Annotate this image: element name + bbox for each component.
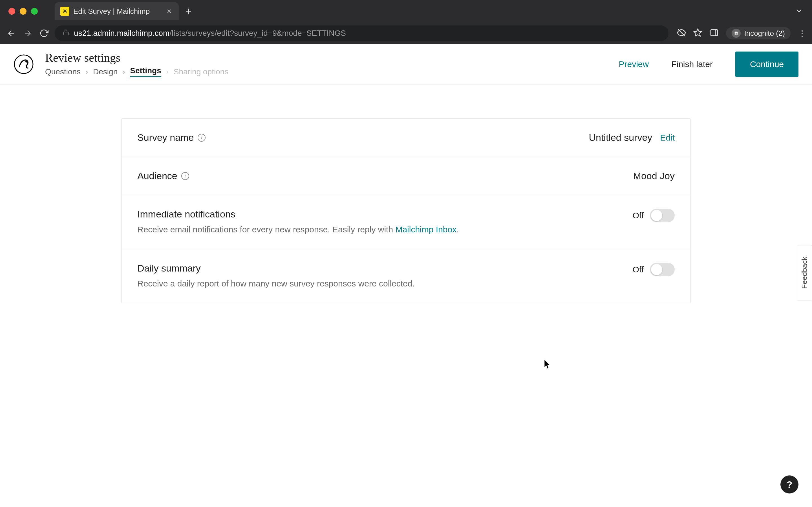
- chevron-right-icon: ›: [86, 68, 88, 76]
- lock-icon: [63, 29, 69, 38]
- row-audience: Audience i Mood Joy: [121, 157, 691, 195]
- header-actions: Preview Finish later Continue: [619, 52, 799, 77]
- incognito-indicator[interactable]: Incognito (2): [726, 27, 791, 40]
- page-title: Review settings: [45, 51, 607, 64]
- chevron-right-icon: ›: [123, 68, 125, 76]
- browser-tab[interactable]: ✳ Edit Survey | Mailchimp ×: [55, 2, 179, 20]
- toolbar: us21.admin.mailchimp.com/lists/surveys/e…: [0, 22, 812, 44]
- feedback-tab[interactable]: Feedback: [797, 245, 812, 300]
- toolbar-right: Incognito (2) ⋮: [677, 27, 806, 40]
- breadcrumb-settings[interactable]: Settings: [130, 66, 161, 77]
- window-minimize-icon[interactable]: [20, 8, 27, 15]
- window-close-icon[interactable]: [8, 8, 15, 15]
- immediate-notifications-desc: Receive email notifications for every ne…: [137, 224, 621, 235]
- reload-button[interactable]: [38, 27, 50, 39]
- panel-icon[interactable]: [710, 28, 719, 38]
- back-button[interactable]: [6, 27, 17, 39]
- breadcrumb: Questions › Design › Settings › Sharing …: [45, 66, 607, 77]
- url-path: /lists/surveys/edit?survey_id=9&mode=SET…: [169, 29, 346, 38]
- survey-name-value: Untitled survey: [589, 132, 652, 143]
- incognito-label: Incognito (2): [744, 29, 785, 38]
- tracking-protection-icon[interactable]: [677, 28, 686, 38]
- url-domain: us21.admin.mailchimp.com: [74, 29, 169, 38]
- svg-marker-4: [694, 29, 702, 36]
- browser-menu-icon[interactable]: ⋮: [798, 29, 806, 38]
- svg-rect-5: [711, 30, 718, 36]
- settings-card: Survey name i Untitled survey Edit Audie…: [121, 118, 691, 303]
- breadcrumb-design[interactable]: Design: [93, 67, 117, 76]
- window-maximize-icon[interactable]: [31, 8, 38, 15]
- browser-chrome: ✳ Edit Survey | Mailchimp × + us21.admin…: [0, 0, 812, 44]
- daily-summary-label: Daily summary: [137, 263, 201, 274]
- forward-button[interactable]: [22, 27, 33, 39]
- tab-close-icon[interactable]: ×: [165, 7, 173, 16]
- window-controls: [8, 8, 38, 15]
- audience-label: Audience: [137, 170, 177, 181]
- svg-point-10: [26, 61, 27, 62]
- tab-favicon-icon: ✳: [60, 7, 69, 16]
- mailchimp-inbox-link[interactable]: Mailchimp Inbox: [395, 225, 456, 234]
- survey-name-label: Survey name: [137, 132, 194, 143]
- new-tab-button[interactable]: +: [186, 5, 192, 17]
- row-immediate-notifications: Immediate notifications Receive email no…: [121, 195, 691, 249]
- immediate-notifications-label: Immediate notifications: [137, 209, 236, 220]
- immediate-notifications-state: Off: [633, 211, 644, 220]
- svg-point-8: [737, 33, 738, 35]
- breadcrumb-sharing: Sharing options: [174, 67, 229, 76]
- breadcrumb-questions[interactable]: Questions: [45, 67, 81, 76]
- audience-value: Mood Joy: [633, 170, 675, 181]
- daily-summary-desc: Receive a daily report of how many new s…: [137, 278, 621, 290]
- daily-summary-toggle[interactable]: [650, 263, 675, 276]
- tab-title: Edit Survey | Mailchimp: [73, 7, 161, 16]
- mailchimp-logo-icon[interactable]: [13, 54, 34, 74]
- tabs-overflow-icon[interactable]: [795, 6, 804, 16]
- help-button[interactable]: ?: [780, 475, 799, 494]
- daily-summary-state: Off: [633, 265, 644, 274]
- info-icon[interactable]: i: [198, 134, 206, 142]
- app-header: Review settings Questions › Design › Set…: [0, 44, 812, 84]
- preview-link[interactable]: Preview: [619, 59, 649, 69]
- row-survey-name: Survey name i Untitled survey Edit: [121, 119, 691, 157]
- row-daily-summary: Daily summary Receive a daily report of …: [121, 249, 691, 303]
- immediate-notifications-toggle[interactable]: [650, 209, 675, 222]
- info-icon[interactable]: i: [181, 172, 189, 180]
- bookmark-icon[interactable]: [693, 28, 702, 38]
- main-content: Survey name i Untitled survey Edit Audie…: [0, 84, 812, 303]
- svg-rect-2: [64, 32, 68, 35]
- svg-point-7: [735, 33, 736, 35]
- finish-later-link[interactable]: Finish later: [671, 59, 713, 69]
- chevron-right-icon: ›: [166, 68, 168, 76]
- tab-strip: ✳ Edit Survey | Mailchimp × +: [0, 0, 812, 22]
- incognito-icon: [732, 29, 741, 38]
- edit-survey-name-link[interactable]: Edit: [660, 133, 675, 143]
- continue-button[interactable]: Continue: [735, 52, 799, 77]
- svg-point-9: [14, 55, 33, 73]
- address-bar[interactable]: us21.admin.mailchimp.com/lists/surveys/e…: [55, 25, 668, 41]
